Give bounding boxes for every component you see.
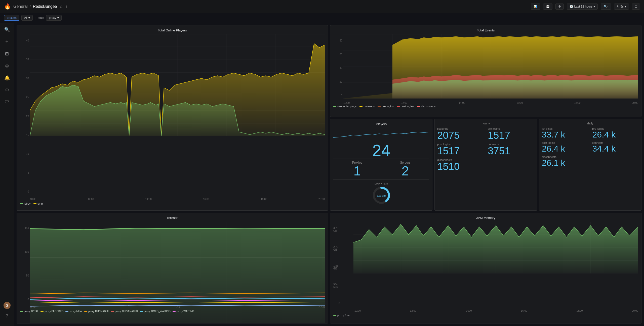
threads-panel: Threads 150 100 50 0 bbox=[17, 213, 328, 323]
sidebar-item-settings[interactable]: ⚙ bbox=[3, 86, 11, 94]
top-right-area: Total Events 80 60 40 20 0 bbox=[330, 25, 641, 211]
hourly-post-logins-value: 1517 bbox=[437, 146, 484, 156]
svg-marker-49 bbox=[353, 224, 638, 273]
sidebar-item-add[interactable]: + bbox=[3, 38, 11, 46]
filter2-label: main bbox=[37, 16, 44, 20]
hourly-pre-logins: pre logins 1517 bbox=[488, 127, 534, 140]
legend-prelogins-color bbox=[378, 106, 381, 107]
toolbar: proxies All ▾ | main proxy ▾ bbox=[0, 13, 644, 23]
favorite-icon[interactable]: ☆ bbox=[59, 4, 63, 9]
hourly-disconnects: disconnects 1510 bbox=[437, 158, 534, 171]
top-bar: 🔥 General / RedisBungee ☆ ↑ 📊 💾 ⚙ 🕐 Last… bbox=[0, 0, 644, 13]
clock-icon: 🕐 bbox=[570, 5, 573, 8]
hourly-list-pings-value: 2075 bbox=[437, 130, 484, 140]
jvm-y-axis: 3.73 GiB 2.79 GiB 1.86 GiB 954 MiB 0 B bbox=[333, 227, 342, 305]
sidebar-item-explore[interactable]: ◎ bbox=[3, 62, 11, 70]
daily-title: daily bbox=[542, 122, 639, 125]
players-stat-panel: Players 24 Proxies 1 Servers 2 proxy ram bbox=[330, 119, 432, 211]
legend-lobby: lobby bbox=[20, 202, 30, 205]
daily-post-logins: post logins 26.4 k bbox=[542, 141, 588, 153]
daily-list-pings-value: 33.7 k bbox=[542, 130, 588, 139]
sidebar-item-help[interactable]: ? bbox=[3, 312, 11, 320]
refresh-button[interactable]: ↻ 5s ▾ bbox=[614, 4, 629, 10]
legend-pings-label: server list pings bbox=[337, 105, 356, 108]
legend-pre-logins: pre logins bbox=[378, 105, 394, 108]
jvm-legend: proxy free bbox=[333, 314, 638, 317]
proxies-sub-value: 1 bbox=[353, 164, 361, 177]
save-button[interactable]: 💾 bbox=[543, 4, 552, 10]
hourly-pre-logins-value: 1517 bbox=[488, 130, 534, 140]
refresh-icon: ↻ bbox=[617, 5, 619, 8]
refresh-chevron-icon: ▾ bbox=[625, 5, 626, 8]
breadcrumb-current: RedisBungee bbox=[33, 4, 57, 9]
filter3-chevron-icon: ▾ bbox=[57, 16, 59, 20]
filter-separator: | bbox=[35, 16, 35, 20]
avatar[interactable]: G bbox=[4, 302, 11, 309]
kiosk-button[interactable]: ⊡ bbox=[632, 4, 640, 10]
players-stat-title: Players bbox=[333, 122, 429, 126]
servers-sub-panel: Servers 2 bbox=[381, 159, 429, 179]
hourly-list-pings: list pings 2075 bbox=[437, 127, 484, 140]
events-legend: server list pings connects pre logins po… bbox=[333, 105, 638, 108]
daily-connects-value: 34.4 k bbox=[592, 144, 639, 153]
legend-connects-color bbox=[359, 106, 363, 107]
daily-disconnects-value: 26.1 k bbox=[542, 158, 639, 167]
hourly-stats-panel: hourly list pings 2075 pre logins 1517 p… bbox=[434, 119, 537, 211]
players-mini-chart bbox=[333, 127, 429, 143]
zoom-out-button[interactable]: 🔍- bbox=[601, 4, 611, 10]
sidebar-bottom: G ? bbox=[3, 302, 11, 323]
top-bar-left: 🔥 General / RedisBungee ☆ ↑ bbox=[4, 3, 67, 10]
sidebar-item-search[interactable]: 🔍 bbox=[3, 26, 11, 34]
svg-marker-38 bbox=[30, 228, 325, 323]
share-icon[interactable]: ↑ bbox=[65, 4, 67, 9]
legend-proxy-free-label: proxy free bbox=[337, 314, 350, 317]
legend-disconnects-label: disconnects bbox=[421, 105, 436, 108]
events-chart bbox=[343, 34, 638, 99]
settings-button[interactable]: ⚙ bbox=[555, 4, 564, 10]
threads-y-axis: 150 100 50 0 bbox=[20, 227, 29, 301]
add-panel-button[interactable]: 📊 bbox=[531, 4, 540, 10]
time-range-label: Last 12 hours bbox=[574, 5, 593, 8]
threads-x-axis: 12:00 16:00 20:00 bbox=[30, 306, 325, 308]
proxies-tag-button[interactable]: proxies bbox=[4, 15, 19, 21]
add-panel-icon: 📊 bbox=[534, 5, 537, 8]
legend-proxy-free-color bbox=[333, 315, 336, 316]
filter3-dropdown[interactable]: proxy ▾ bbox=[46, 15, 61, 21]
proxies-servers-grid: Proxies 1 Servers 2 bbox=[333, 159, 429, 179]
filter1-chevron-icon: ▾ bbox=[28, 16, 30, 20]
legend-post-logins: post logins bbox=[397, 105, 414, 108]
sidebar-item-alerts[interactable]: 🔔 bbox=[3, 74, 11, 82]
threads-title: Threads bbox=[20, 216, 325, 220]
players-x-axis: 10:00 12:00 14:00 16:00 18:00 20:00 bbox=[30, 198, 325, 201]
events-x-axis: 10:00 12:00 14:00 16:00 18:00 20:00 bbox=[343, 102, 638, 104]
settings-icon: ⚙ bbox=[558, 5, 561, 8]
legend-postlogins-color bbox=[397, 106, 400, 107]
filter1-dropdown[interactable]: All ▾ bbox=[21, 15, 33, 21]
legend-smp-label: smp bbox=[37, 202, 43, 205]
total-events-panel: Total Events 80 60 40 20 0 bbox=[330, 25, 641, 117]
daily-pre-logins: pre logins 26.4 k bbox=[592, 127, 639, 139]
gauge-chart: 1.61 GiB bbox=[371, 185, 391, 205]
sidebar-item-dashboards[interactable]: ⊞ bbox=[3, 50, 11, 58]
hourly-metrics-grid: list pings 2075 pre logins 1517 post log… bbox=[437, 127, 534, 171]
jvm-x-axis: 10:00 12:00 14:00 16:00 18:00 20:00 bbox=[354, 309, 638, 312]
sidebar-item-shield[interactable]: 🛡 bbox=[3, 98, 11, 106]
legend-postlogins-label: post logins bbox=[401, 105, 414, 108]
main-content: Total Online Players 40 35 30 25 20 15 1… bbox=[14, 23, 644, 326]
sidebar: 🔍 + ⊞ ◎ 🔔 ⚙ 🛡 G ? bbox=[0, 23, 14, 326]
legend-lobby-label: lobby bbox=[24, 202, 30, 205]
events-y-axis: 80 60 40 20 0 bbox=[333, 39, 342, 97]
save-icon: 💾 bbox=[546, 5, 550, 8]
hourly-disconnects-value: 1510 bbox=[437, 161, 534, 171]
proxy-ram-sub-panel: proxy ram 1.61 GiB bbox=[333, 179, 429, 207]
time-range-button[interactable]: 🕐 Last 12 hours ▾ bbox=[567, 4, 598, 10]
filter3-label: proxy bbox=[49, 16, 56, 20]
legend-smp-color bbox=[33, 203, 36, 204]
proxies-sub-panel: Proxies 1 bbox=[333, 159, 381, 179]
breadcrumb-general[interactable]: General bbox=[13, 4, 28, 9]
daily-connects: connects 34.4 k bbox=[592, 141, 639, 153]
svg-text:1.61 GiB: 1.61 GiB bbox=[377, 195, 386, 197]
legend-disconnects: disconnects bbox=[417, 105, 436, 108]
breadcrumb-separator: / bbox=[30, 4, 31, 9]
top-bar-right: 📊 💾 ⚙ 🕐 Last 12 hours ▾ 🔍- ↻ 5s ▾ ⊡ bbox=[531, 4, 640, 10]
